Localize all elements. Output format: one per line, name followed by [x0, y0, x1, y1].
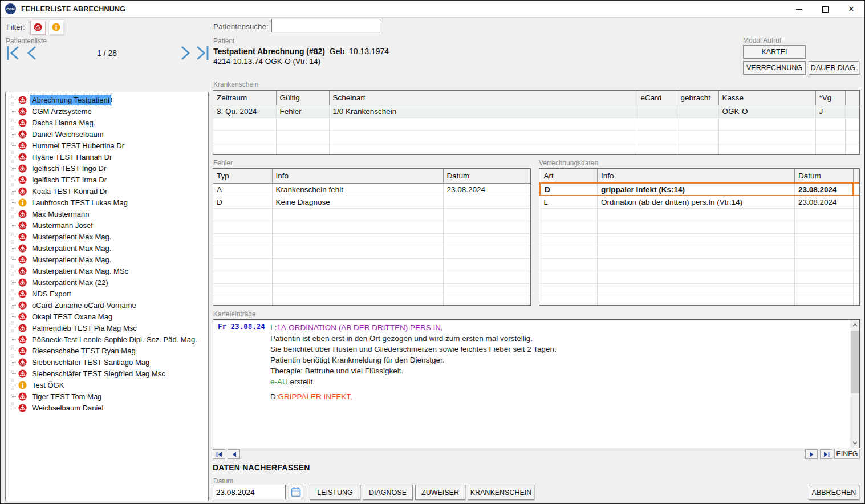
dauer-diag-button[interactable]: DAUER DIAG. — [809, 61, 859, 75]
column-header[interactable]: gebracht — [677, 91, 718, 105]
filter-info-button[interactable] — [48, 21, 64, 35]
patient-name-label: Musterpatient Max Mag. — [30, 255, 113, 265]
table-row[interactable] — [213, 296, 530, 306]
datum-input[interactable] — [213, 485, 286, 499]
patient-list-item[interactable]: Siebenschläfer TEST Santiago Mag — [6, 356, 208, 368]
table-row[interactable]: 3. Qu. 2024Fehler1/0 KrankenscheinÖGK-OJ — [213, 105, 859, 117]
patient-list-item[interactable]: Test ÖGK — [6, 379, 208, 391]
kartei-box: Fr 23.08.24 L:1A-ORDINATION (AB DER DRIT… — [213, 319, 860, 448]
kartei-button[interactable]: KARTEI — [743, 45, 806, 59]
table-row[interactable] — [213, 221, 530, 233]
patient-list-item[interactable]: Musterpatient Max Mag. — [6, 231, 208, 242]
table-row[interactable]: AKrankenschein fehlt23.08.2024 — [213, 183, 530, 196]
first-record-button[interactable] — [213, 449, 225, 459]
warning-triangle-icon — [18, 130, 27, 139]
column-header-spacer — [525, 169, 530, 183]
column-header[interactable]: Info — [272, 169, 443, 183]
fehler-table: TypInfoDatum AKrankenschein fehlt23.08.2… — [213, 168, 531, 306]
column-header[interactable]: eCard — [637, 91, 677, 105]
patient-list-item[interactable]: Daniel Weichselbaum — [6, 128, 208, 140]
table-row[interactable] — [213, 143, 859, 155]
calendar-button[interactable] — [289, 485, 303, 499]
table-row[interactable]: LOrdination (ab der dritten) pers.In (Vt… — [541, 196, 860, 208]
patient-list-item[interactable]: Riesenschabe TEST Ryan Mag — [6, 345, 208, 356]
column-header[interactable]: Art — [541, 169, 598, 183]
patient-list-item[interactable]: Max Mustermann — [6, 208, 208, 220]
next-patient-button[interactable] — [178, 45, 193, 61]
previous-record-button[interactable] — [228, 449, 240, 459]
patient-list-item[interactable]: Palmendieb TEST Pia Mag Msc — [6, 322, 208, 334]
column-header[interactable]: Datum — [443, 169, 525, 183]
table-row[interactable] — [541, 208, 860, 221]
patient-list-item[interactable]: Musterpatient Max (22) — [6, 277, 208, 288]
patient-list-item[interactable]: Okapi TEST Oxana Mag — [6, 311, 208, 322]
patient-list-item[interactable]: oCard-Zuname oCard-Vorname — [6, 299, 208, 311]
leistung-button[interactable]: LEISTUNG — [310, 485, 360, 500]
column-header[interactable]: Info — [598, 169, 795, 183]
diagnose-button[interactable]: DIAGNOSE — [363, 485, 413, 500]
table-row[interactable] — [213, 117, 859, 130]
column-header[interactable]: Zeitraum — [213, 91, 276, 105]
patient-list-item[interactable]: Tiger TEST Tom Mag — [6, 391, 208, 402]
table-row[interactable] — [541, 258, 860, 271]
scrollbar-thumb[interactable] — [851, 331, 859, 393]
filter-error-button[interactable] — [30, 21, 46, 35]
zuweiser-button[interactable]: ZUWEISER — [415, 485, 465, 500]
patient-search-input[interactable] — [271, 19, 380, 32]
close-button[interactable]: × — [838, 1, 864, 18]
patient-list-item[interactable]: Mustermann Josef — [6, 220, 208, 231]
maximize-button[interactable] — [812, 1, 838, 18]
minimize-button[interactable] — [786, 1, 812, 18]
column-header[interactable]: Scheinart — [329, 91, 637, 105]
cgm-logo-icon: CGM — [5, 3, 16, 14]
patient-list-item[interactable]: Musterpatient Max Mag. — [6, 242, 208, 254]
warning-triangle-icon — [18, 358, 27, 367]
last-patient-button[interactable] — [194, 45, 209, 61]
krankenschein-table: ZeitraumGültigScheinarteCardgebrachtKass… — [213, 90, 860, 155]
patient-list-item[interactable]: CGM Arztsysteme — [6, 105, 208, 117]
table-row[interactable] — [541, 296, 860, 306]
scroll-down-icon[interactable] — [850, 438, 860, 448]
patient-list-item[interactable]: Pößneck-Test Leonie-Sophie Dipl.-Soz. Pä… — [6, 334, 208, 345]
verrechnung-button[interactable]: VERRECHNUNG — [743, 61, 806, 75]
kartei-scrollbar[interactable] — [850, 320, 859, 448]
krankenschein-button[interactable]: KRANKENSCHEIN — [468, 485, 534, 500]
patient-list-item[interactable]: Musterpatient Max Mag. MSc — [6, 265, 208, 277]
patient-list-item[interactable]: Laubfrosch TEST Lukas Mag — [6, 197, 208, 208]
next-record-button[interactable] — [805, 449, 818, 459]
patient-list-item[interactable]: NDS Export — [6, 288, 208, 299]
patient-list-item[interactable]: Weichselbaum Daniel — [6, 402, 208, 413]
table-row[interactable] — [213, 258, 530, 271]
patient-list-item[interactable]: Hummel TEST Hubertina Dr — [6, 140, 208, 151]
table-row[interactable] — [541, 221, 860, 233]
column-header[interactable]: Datum — [795, 169, 854, 183]
column-header[interactable]: Gültig — [276, 91, 329, 105]
column-header[interactable]: Kasse — [718, 91, 815, 105]
patient-list-item[interactable]: Siebenschläfer TEST Siegfried Mag Msc — [6, 368, 208, 379]
patient-list-item[interactable]: Igelfisch TEST Irma Dr — [6, 174, 208, 185]
table-row[interactable] — [541, 246, 860, 258]
table-row[interactable] — [213, 246, 530, 258]
column-header[interactable]: *Vg — [815, 91, 845, 105]
last-record-button[interactable] — [820, 449, 832, 459]
patient-list-item[interactable]: Musterpatient Max Mag. — [6, 254, 208, 265]
table-row[interactable] — [213, 233, 530, 246]
table-row[interactable] — [213, 271, 530, 283]
patient-list-item[interactable]: Hyäne TEST Hannah Dr — [6, 151, 208, 162]
table-row[interactable] — [541, 233, 860, 246]
table-row[interactable] — [213, 283, 530, 296]
table-row[interactable] — [541, 271, 860, 283]
warning-triangle-icon — [18, 176, 27, 184]
table-row[interactable] — [213, 208, 530, 221]
patient-list-item[interactable]: Dachs Hanna Mag. — [6, 117, 208, 128]
table-row[interactable] — [541, 283, 860, 296]
abbrechen-button[interactable]: ABBRECHEN — [809, 485, 859, 500]
patient-list-item[interactable]: Igelfisch TEST Ingo Dr — [6, 162, 208, 174]
table-row[interactable] — [213, 130, 859, 143]
patient-list-item[interactable]: Koala TEST Konrad Dr — [6, 185, 208, 197]
table-row[interactable]: DKeine Diagnose — [213, 196, 530, 208]
patient-list-item[interactable]: Abrechnung Testpatient — [6, 94, 208, 105]
column-header[interactable]: Typ — [213, 169, 272, 183]
table-row[interactable]: Dgrippaler Infekt (Ks:14)23.08.2024 — [541, 183, 860, 196]
scroll-up-icon[interactable] — [850, 320, 860, 330]
